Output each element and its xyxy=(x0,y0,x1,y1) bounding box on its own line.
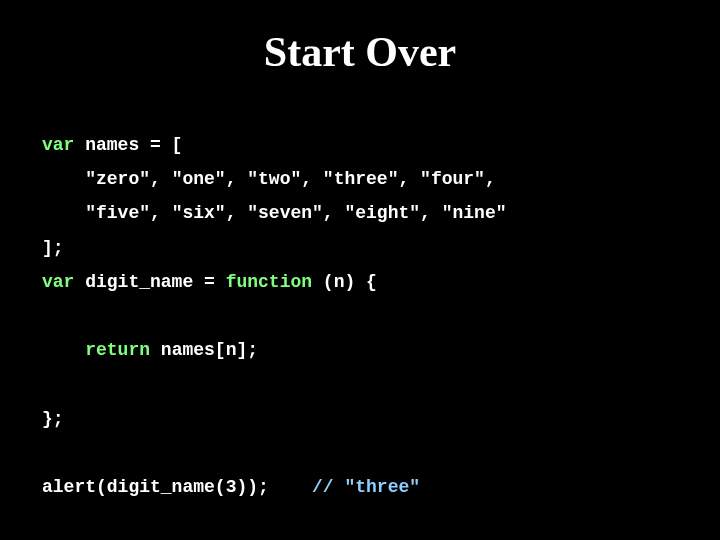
slide: Start Over var names = [ "zero", "one", … xyxy=(0,0,720,540)
code-text: "five", "six", "seven", "eight", "nine" xyxy=(85,203,506,223)
code-text: names = [ xyxy=(74,135,182,155)
code-text: ]; xyxy=(42,238,64,258)
slide-title: Start Over xyxy=(0,0,720,86)
keyword-function: function xyxy=(226,272,312,292)
code-text: digit_name = xyxy=(74,272,225,292)
keyword-var: var xyxy=(42,135,74,155)
code-block: var names = [ "zero", "one", "two", "thr… xyxy=(42,128,507,504)
keyword-return: return xyxy=(85,340,150,360)
code-text: names[n]; xyxy=(150,340,258,360)
code-text: }; xyxy=(42,409,64,429)
code-text: alert(digit_name(3)); xyxy=(42,477,269,497)
keyword-var: var xyxy=(42,272,74,292)
code-text: (n) { xyxy=(312,272,377,292)
code-text: "zero", "one", "two", "three", "four", xyxy=(85,169,495,189)
code-gap xyxy=(269,477,312,497)
code-comment: // "three" xyxy=(312,477,420,497)
